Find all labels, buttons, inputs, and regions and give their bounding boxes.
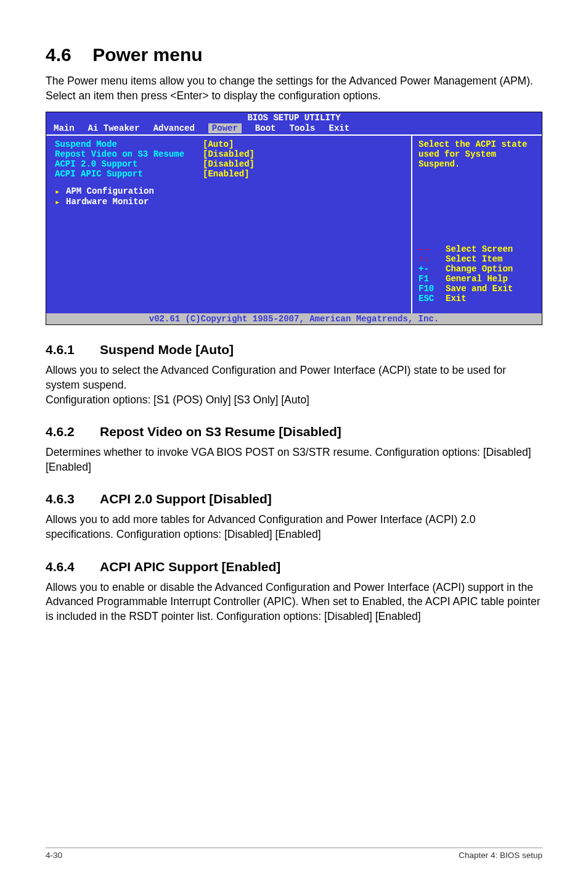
bios-key-row: F10Save and Exit (419, 284, 536, 294)
body-text: Allows you to select the Advanced Config… (46, 363, 542, 392)
section-title: Power menu (92, 44, 202, 65)
bios-key-row: ESCExit (419, 294, 536, 303)
bios-option-row: ACPI 2.0 Support[Disabled] (55, 159, 404, 169)
bios-key-help: ←→Select Screen↑↓Select Item+-Change Opt… (419, 244, 536, 303)
bios-key-desc: Save and Exit (446, 284, 513, 294)
bios-key-row: +-Change Option (419, 264, 536, 274)
bios-key-row: ←→Select Screen (419, 244, 536, 254)
bios-tab: Boot (255, 123, 276, 133)
subsection-number: 4.6.3 (46, 492, 100, 506)
bios-option-label: Repost Video on S3 Resume (55, 149, 203, 159)
bios-tab: Exit (329, 123, 349, 133)
bios-key: ↑↓ (419, 254, 446, 264)
body-text: Determines whether to invoke VGA BIOS PO… (46, 445, 542, 474)
bios-option-value: [Enabled] (203, 169, 250, 179)
bios-menu-bar: MainAi TweakerAdvancedPowerBootToolsExit (46, 123, 542, 134)
bios-key-row: F1General Help (419, 274, 536, 284)
bios-option-row: ACPI APIC Support[Enabled] (55, 169, 404, 179)
bios-help-desc: Select the ACPI stateused for SystemSusp… (419, 139, 536, 244)
page-footer: 4-30 Chapter 4: BIOS setup (46, 848, 542, 860)
subsection-number: 4.6.2 (46, 424, 100, 439)
bios-submenu-label: APM Configuration (66, 186, 154, 197)
bios-submenu-label: Hardware Monitor (66, 197, 149, 207)
bios-key-desc: Change Option (446, 264, 513, 274)
subsection-title: ACPI 2.0 Support [Disabled] (100, 492, 272, 506)
bios-tab: Power (208, 123, 242, 133)
bios-option-row: Suspend Mode[Auto] (55, 139, 404, 149)
subsection-heading: 4.6.3ACPI 2.0 Support [Disabled] (46, 492, 542, 506)
bios-submenu-row: ▸APM Configuration (55, 186, 404, 197)
bios-tab: Ai Tweaker (88, 123, 140, 133)
section-heading: 4.6 Power menu (46, 44, 542, 65)
bios-key: ESC (419, 294, 446, 303)
bios-key: ←→ (419, 244, 446, 254)
bios-option-label: ACPI APIC Support (55, 169, 203, 179)
bios-key-row: ↑↓Select Item (419, 254, 536, 264)
body-text: Allows you to enable or disable the Adva… (46, 580, 542, 624)
bios-tab: Main (54, 123, 75, 133)
bios-tab: Tools (289, 123, 315, 133)
bios-help-line: Select the ACPI state (419, 139, 536, 149)
bios-help-line: used for System (419, 149, 536, 159)
bios-title: BIOS SETUP UTILITY (46, 112, 542, 123)
bios-option-row: Repost Video on S3 Resume[Disabled] (55, 149, 404, 159)
bios-key-desc: Select Screen (446, 244, 513, 254)
bios-key: F1 (419, 274, 446, 284)
subsection-number: 4.6.4 (46, 559, 100, 574)
arrow-right-icon: ▸ (55, 186, 66, 197)
bios-key-desc: General Help (446, 274, 508, 284)
page-number: 4-30 (46, 851, 62, 860)
bios-tab: Advanced (153, 123, 195, 133)
subsection-number: 4.6.1 (46, 342, 100, 357)
bios-submenu-row: ▸Hardware Monitor (55, 197, 404, 207)
subsection-heading: 4.6.4ACPI APIC Support [Enabled] (46, 559, 542, 574)
subsection-title: Suspend Mode [Auto] (100, 342, 234, 357)
intro-text: The Power menu items allow you to change… (46, 74, 542, 103)
body-text: Allows you to add more tables for Advanc… (46, 513, 542, 542)
bios-key-desc: Exit (446, 294, 467, 303)
arrow-right-icon: ▸ (55, 197, 66, 207)
section-number: 4.6 (46, 44, 71, 65)
subsection-title: Repost Video on S3 Resume [Disabled] (100, 424, 341, 439)
bios-footer: v02.61 (C)Copyright 1985-2007, American … (46, 313, 542, 324)
bios-key: F10 (419, 284, 446, 294)
bios-left-pane: Suspend Mode[Auto]Repost Video on S3 Res… (46, 136, 412, 313)
body-text: Configuration options: [S1 (POS) Only] [… (46, 393, 542, 408)
bios-key-desc: Select Item (446, 254, 502, 264)
bios-option-value: [Disabled] (203, 159, 255, 169)
bios-help-line: Suspend. (419, 159, 536, 169)
bios-option-value: [Auto] (203, 139, 234, 149)
subsection-heading: 4.6.2Repost Video on S3 Resume [Disabled… (46, 424, 542, 439)
bios-option-value: [Disabled] (203, 149, 255, 159)
bios-screenshot: BIOS SETUP UTILITY MainAi TweakerAdvance… (46, 112, 542, 325)
bios-right-pane: Select the ACPI stateused for SystemSusp… (412, 136, 542, 313)
bios-key: +- (419, 264, 446, 274)
bios-option-label: ACPI 2.0 Support (55, 159, 203, 169)
subsection-title: ACPI APIC Support [Enabled] (100, 559, 280, 574)
subsection-heading: 4.6.1Suspend Mode [Auto] (46, 342, 542, 357)
bios-body: Suspend Mode[Auto]Repost Video on S3 Res… (46, 134, 542, 313)
chapter-label: Chapter 4: BIOS setup (459, 851, 542, 860)
bios-option-label: Suspend Mode (55, 139, 203, 149)
